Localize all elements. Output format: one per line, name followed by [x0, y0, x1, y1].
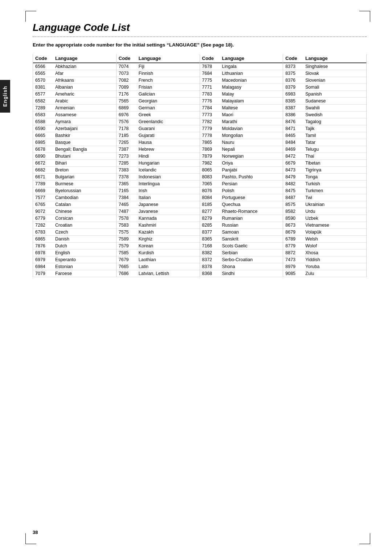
- language-name: Quechua: [222, 202, 281, 207]
- language-code: 6978: [35, 250, 55, 255]
- language-code: 8484: [285, 140, 305, 145]
- language-name: Laothian: [139, 257, 197, 262]
- language-code: 7576: [119, 119, 139, 124]
- language-name: Latin: [139, 264, 197, 269]
- column-header-code: Code: [202, 56, 222, 61]
- table-row: 8377Samoan: [200, 229, 283, 236]
- language-code: 7771: [202, 85, 222, 90]
- table-row: 8379Somali: [283, 84, 366, 91]
- language-name: Slovenian: [305, 78, 364, 83]
- language-name: Esperanto: [55, 257, 114, 262]
- table-row: 8277Rhaeto-Romance: [200, 208, 283, 215]
- table-row: 6566Abkhazian: [33, 63, 116, 70]
- language-code: 7778: [202, 133, 222, 138]
- table-row: 7583Kashmiri: [117, 222, 200, 229]
- column-group-1: CodeLanguage7074Fiji7073Finnish7082Frenc…: [116, 54, 200, 277]
- table-row: 7185Gujarati: [117, 132, 200, 139]
- language-code: 8084: [202, 195, 222, 200]
- language-code: 6789: [285, 236, 305, 242]
- table-row: 7289Armenian: [33, 105, 116, 112]
- table-row: 6678Bengali; Bangla: [33, 146, 116, 153]
- language-code: 7378: [119, 174, 139, 179]
- language-code: 8487: [285, 195, 305, 200]
- table-row: 7686Latvian, Lettish: [117, 270, 200, 277]
- column-header-language: Language: [305, 56, 364, 61]
- language-name: Telugu: [305, 147, 364, 152]
- language-name: Polish: [222, 188, 281, 193]
- language-code: 8673: [285, 223, 305, 228]
- language-name: Finnish: [139, 71, 197, 76]
- language-name: Lingala: [222, 64, 281, 69]
- language-code: 8076: [202, 188, 222, 193]
- table-row: 6665Bashkir: [33, 132, 116, 139]
- language-name: Bihari: [55, 161, 114, 166]
- language-name: Malayalam: [222, 98, 281, 104]
- language-name: Fiji: [139, 64, 197, 69]
- language-code: 8277: [202, 209, 222, 214]
- table-row: 7465Japanese: [117, 201, 200, 208]
- language-code: 7782: [202, 119, 222, 124]
- language-code: 6566: [35, 64, 55, 69]
- table-row: 8376Slovenian: [283, 77, 366, 84]
- language-code: 7487: [119, 209, 139, 214]
- language-name: Marathi: [222, 119, 281, 124]
- language-code: 8376: [285, 78, 305, 83]
- table-row: 6669Byelorussian: [33, 187, 116, 194]
- language-name: Azerbaijani: [55, 126, 114, 131]
- table-row: 7578Kannada: [117, 215, 200, 222]
- language-code: 7684: [202, 71, 222, 76]
- table-row: 8679Volapük: [283, 229, 366, 236]
- language-name: Swedish: [305, 112, 364, 117]
- language-name: Byelorussian: [55, 188, 114, 193]
- language-name: Ukrainian: [305, 202, 364, 207]
- language-code: 8590: [285, 216, 305, 221]
- table-row: 8476Tagalog: [283, 118, 366, 125]
- language-name: Corsican: [55, 216, 114, 221]
- column-header-code: Code: [119, 56, 139, 61]
- language-code: 7578: [119, 216, 139, 221]
- language-code: 7879: [202, 154, 222, 159]
- table-row: 7168Scots Gaelic: [200, 243, 283, 250]
- language-name: Javanese: [139, 209, 197, 214]
- language-name: Uzbek: [305, 216, 364, 221]
- table-row: 8472Thai: [283, 153, 366, 160]
- language-code: 7776: [202, 98, 222, 104]
- language-name: Armenian: [55, 105, 114, 110]
- language-name: Latvian, Lettish: [139, 271, 197, 276]
- language-code: 6765: [35, 202, 55, 207]
- language-code: 7265: [119, 140, 139, 145]
- corner-mark-br: [370, 533, 370, 544]
- table-row: 7783Malay: [200, 91, 283, 98]
- language-name: Abkhazian: [55, 64, 114, 69]
- language-name: Afrikaans: [55, 78, 114, 83]
- language-name: Twi: [305, 195, 364, 200]
- language-name: Italian: [139, 195, 197, 200]
- table-row: 6671Bulgarian: [33, 174, 116, 181]
- language-name: Georgian: [139, 98, 197, 104]
- language-name: Bulgarian: [55, 174, 114, 179]
- language-code: 8582: [285, 209, 305, 214]
- table-row: 7165Irish: [117, 187, 200, 194]
- language-name: Serbo-Croatian: [222, 257, 281, 262]
- language-code: 8083: [202, 174, 222, 179]
- language-name: Kannada: [139, 216, 197, 221]
- table-row: 6679Tibetan: [283, 160, 366, 167]
- language-name: Gujarati: [139, 133, 197, 138]
- page: English Language Code List Enter the app…: [0, 0, 392, 555]
- table-row: 7589Kirghiz: [117, 236, 200, 243]
- table-row: 8373Singhalese: [283, 63, 366, 70]
- language-code: 6783: [35, 230, 55, 235]
- language-code: 9072: [35, 209, 55, 214]
- language-code: 7089: [119, 85, 139, 90]
- language-code: 7773: [202, 112, 222, 117]
- language-code: 7585: [119, 250, 139, 255]
- table-row: 7565Georgian: [117, 98, 200, 105]
- table-row: 8387Swahili: [283, 105, 366, 112]
- language-name: Malay: [222, 92, 281, 97]
- table-row: 7384Italian: [117, 194, 200, 201]
- language-table: CodeLanguage6566Abkhazian6565Afar6570Afr…: [33, 54, 367, 277]
- language-name: Volapük: [305, 230, 364, 235]
- table-row: 6570Afrikaans: [33, 77, 116, 84]
- language-name: Czech: [55, 230, 114, 235]
- language-name: Kirghiz: [139, 236, 197, 242]
